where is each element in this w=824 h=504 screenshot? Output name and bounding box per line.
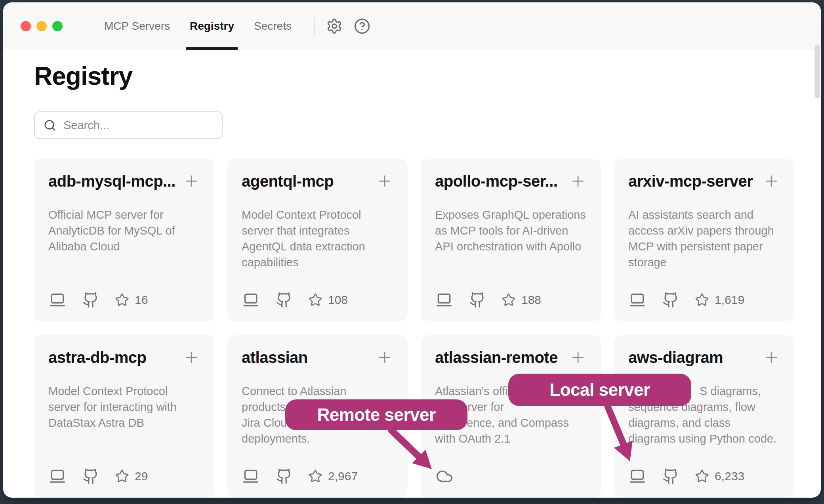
add-server-button[interactable]	[376, 349, 393, 366]
description-line: deployments.	[242, 431, 393, 447]
cloud-icon	[435, 468, 454, 485]
server-description: Model Context Protocolserver that integr…	[242, 207, 393, 270]
star-icon	[308, 293, 322, 307]
description-line: diagrams, and class	[628, 415, 780, 431]
star-count-group: 6,233	[695, 469, 744, 483]
search-box[interactable]	[34, 111, 223, 139]
description-line: erver for	[435, 399, 587, 415]
titlebar: MCP Servers Registry Secrets	[3, 2, 821, 50]
github-icon	[662, 291, 679, 309]
server-description: Atlassian's offierver forence, and Compa…	[435, 383, 587, 447]
star-count: 6,233	[715, 470, 744, 483]
add-server-button[interactable]	[569, 172, 587, 190]
description-line: as MCP tools for AI-driven	[435, 223, 587, 239]
star-icon	[695, 469, 709, 483]
description-line: AI assistants search and	[628, 207, 780, 223]
server-card-grid: adb-mysql-mcp...Official MCP server forA…	[34, 159, 790, 498]
server-card[interactable]: arxiv-mcp-serverAI assistants search and…	[614, 159, 794, 321]
laptop-icon	[628, 291, 647, 309]
laptop-icon	[48, 291, 67, 309]
add-server-button[interactable]	[569, 349, 587, 366]
add-server-button[interactable]	[183, 172, 200, 190]
server-name: adb-mysql-mcp...	[48, 172, 179, 190]
search-input[interactable]	[63, 119, 213, 132]
server-description: Exposes GraphQL operationsas MCP tools f…	[435, 207, 587, 254]
server-description: AI assistants search andaccess arXiv pap…	[628, 207, 780, 270]
github-icon	[82, 468, 99, 485]
page-title: Registry	[34, 61, 821, 91]
server-name: apollo-mcp-ser...	[435, 172, 566, 190]
add-server-button[interactable]	[376, 172, 393, 190]
add-server-button[interactable]	[183, 349, 200, 366]
description-line: ence, and Compass	[435, 415, 587, 431]
screen: { "window": { "traffic_lights": ["close"…	[0, 0, 824, 504]
server-card[interactable]: atlassianConnect to AtlassianproductsJir…	[227, 335, 408, 498]
help-icon[interactable]	[354, 18, 370, 34]
laptop-icon	[628, 468, 647, 485]
server-card[interactable]: apollo-mcp-ser...Exposes GraphQL operati…	[421, 159, 601, 321]
server-description: Model Context Protocolserver for interac…	[48, 383, 200, 431]
star-count: 29	[135, 470, 148, 483]
github-icon	[469, 291, 486, 309]
tab-secrets[interactable]: Secrets	[244, 2, 301, 50]
laptop-icon	[435, 291, 453, 309]
server-name: atlassian	[242, 349, 373, 367]
server-description: S diagrams,sequence diagrams, flowdiagra…	[628, 383, 780, 447]
registry-page: Registry adb-mysql-mcp...Official MCP se…	[3, 61, 821, 498]
description-line: products	[242, 399, 393, 415]
github-icon	[82, 291, 99, 309]
github-icon	[662, 468, 679, 485]
server-card-footer: 2,967	[242, 468, 358, 485]
description-line: DataStax Astra DB	[48, 415, 200, 431]
server-card[interactable]: aws-diagramS diagrams,sequence diagrams,…	[614, 335, 794, 498]
laptop-icon	[242, 291, 260, 309]
description-line: S diagrams,	[628, 383, 780, 399]
add-server-button[interactable]	[763, 172, 780, 190]
description-line: Connect to Atlassian	[242, 383, 393, 399]
scrollbar-thumb[interactable]	[814, 44, 820, 98]
github-icon	[276, 291, 292, 309]
star-count: 188	[521, 293, 541, 307]
add-server-button[interactable]	[763, 349, 780, 366]
tab-mcp-servers[interactable]: MCP Servers	[94, 2, 180, 50]
server-card[interactable]: astra-db-mcpModel Context Protocolserver…	[34, 335, 214, 498]
description-line: MCP with persistent paper	[628, 239, 780, 254]
tab-bar: MCP Servers Registry Secrets	[94, 2, 301, 50]
server-description: Connect to AtlassianproductsJira Cloudep…	[242, 383, 393, 447]
description-line: AnalyticDB for MySQL of	[48, 223, 200, 239]
description-line: API orchestration with Apollo	[435, 239, 587, 254]
description-line: server that integrates	[242, 223, 393, 239]
server-card[interactable]: agentql-mcpModel Context Protocolserver …	[227, 159, 408, 321]
server-name: astra-db-mcp	[48, 349, 179, 367]
server-card-footer: 16	[48, 291, 148, 309]
server-name: arxiv-mcp-server	[628, 172, 759, 190]
toolbar-divider	[314, 17, 315, 35]
server-name: aws-diagram	[628, 349, 759, 367]
settings-gear-icon[interactable]	[326, 18, 343, 34]
star-count: 1,619	[715, 293, 744, 307]
traffic-lights	[21, 21, 63, 31]
server-name: agentql-mcp	[242, 172, 373, 190]
star-icon	[115, 293, 129, 307]
star-icon	[115, 469, 129, 483]
description-line: diagrams using Python code.	[628, 431, 780, 447]
star-count: 2,967	[328, 470, 358, 483]
server-card[interactable]: atlassian-remoteAtlassian's offierver fo…	[421, 335, 601, 498]
laptop-icon	[48, 468, 67, 485]
server-description: Official MCP server forAnalyticDB for My…	[48, 207, 200, 254]
description-line: storage	[628, 254, 780, 270]
tab-registry[interactable]: Registry	[180, 2, 244, 50]
close-button[interactable]	[21, 21, 31, 31]
server-card-footer: 29	[48, 468, 148, 485]
zoom-button[interactable]	[52, 21, 63, 31]
star-icon	[308, 469, 322, 483]
server-card[interactable]: adb-mysql-mcp...Official MCP server forA…	[34, 159, 214, 321]
description-line: Official MCP server for	[48, 207, 200, 223]
server-card-footer: 6,233	[628, 468, 744, 485]
description-line: Model Context Protocol	[48, 383, 200, 399]
star-count-group: 16	[115, 293, 148, 307]
minimize-button[interactable]	[36, 21, 47, 31]
search-icon	[44, 119, 56, 132]
star-icon	[695, 293, 709, 307]
server-card-footer: 1,619	[628, 291, 744, 309]
